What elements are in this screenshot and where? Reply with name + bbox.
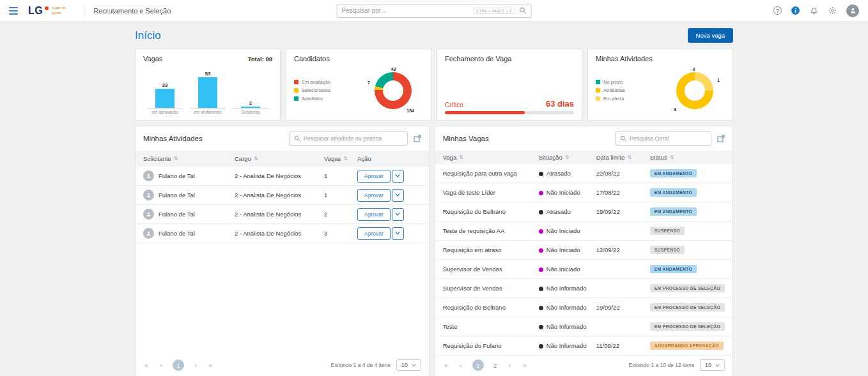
minhas-atividades-card: Minhas Atividades No prazoAtrasadasEm al… <box>587 49 733 121</box>
cargo-cell: 2 - Analista De Negócios <box>235 172 324 179</box>
page-button[interactable]: 1 <box>173 359 184 371</box>
user-avatar[interactable] <box>846 4 859 17</box>
solicitante-cell: Fulano de Tal <box>143 228 235 239</box>
status-cell: EM PROCESSO DE SELEÇÃO <box>650 284 725 292</box>
approve-button[interactable]: Aprovar <box>357 189 391 202</box>
activities-pager: «‹1›» <box>143 359 213 371</box>
legend-item: No prazo <box>596 79 625 85</box>
app-title: Recrutamento e Seleção <box>93 7 171 15</box>
expand-icon[interactable] <box>414 135 421 142</box>
nova-vaga-button[interactable]: Nova vaga <box>688 28 733 43</box>
global-search-input[interactable] <box>342 7 474 14</box>
situacao-cell: Não Iniciado <box>539 246 596 253</box>
situacao-cell: Atrasado <box>539 208 596 215</box>
vaga-name-cell: Supervisor de Vendas <box>443 285 539 292</box>
activity-row: Fulano de Tal2 - Analista De Negócios2Ap… <box>136 205 429 224</box>
last-page-button[interactable]: » <box>207 361 213 369</box>
approve-dropdown[interactable] <box>392 208 404 221</box>
donut-label: 154 <box>407 109 414 113</box>
global-search[interactable]: CTRL + SHIFT + F <box>337 4 532 18</box>
candidatos-donut <box>375 72 412 109</box>
settings-icon[interactable] <box>828 6 837 15</box>
activities-search[interactable] <box>289 132 408 146</box>
divider <box>84 6 84 16</box>
cargo-cell: 2 - Analista De Negócios <box>235 230 324 237</box>
brand-tagline: lugar de gente <box>52 6 75 15</box>
status-badge: EM ANDAMENTO <box>650 169 697 177</box>
column-header-situacao[interactable]: Situação⇅ <box>539 154 596 161</box>
vagas-cell: 1 <box>324 192 357 199</box>
status-dot <box>539 306 543 310</box>
activities-search-input[interactable] <box>304 135 403 142</box>
donut-label: 7 <box>368 80 370 85</box>
search-icon <box>620 135 626 142</box>
vagas-table-card: Minhas Vagas Vaga⇅ Situação⇅ Data limite… <box>435 126 733 376</box>
approve-button[interactable]: Aprovar <box>357 227 391 240</box>
activities-page-size-select[interactable]: 10 <box>396 359 421 371</box>
next-page-button[interactable]: › <box>192 361 199 369</box>
situacao-cell: Não Iniciado <box>539 189 596 196</box>
bell-icon[interactable] <box>809 6 818 15</box>
vaga-row: Requisição do FulanoNão Informado11/09/2… <box>435 336 732 356</box>
situacao-cell: Não Informado <box>539 285 596 292</box>
activity-row: Fulano de Tal2 - Analista De Negócios1Ap… <box>136 167 429 186</box>
expand-icon[interactable] <box>717 135 725 142</box>
approve-dropdown[interactable] <box>392 189 404 202</box>
next-page-button[interactable]: › <box>507 361 513 369</box>
vagas-page-size-select[interactable]: 10 <box>700 359 725 371</box>
legend-item: Atrasadas <box>596 87 625 93</box>
menu-icon[interactable] <box>9 7 18 15</box>
vagas-pager: «‹12›» <box>443 359 528 371</box>
help-icon[interactable]: ? <box>773 6 782 15</box>
column-header-solicitante[interactable]: Solicitante⇅ <box>143 155 235 162</box>
column-header-data-limite[interactable]: Data limite⇅ <box>596 154 650 161</box>
column-header-status[interactable]: Status⇅ <box>650 154 725 161</box>
legend-item: Admitidos <box>294 96 330 102</box>
page-button[interactable]: 1 <box>472 359 484 371</box>
status-badge: EM PROCESSO DE SELEÇÃO <box>650 303 725 312</box>
atividades-legend: No prazoAtrasadasEm alerta <box>596 79 625 102</box>
fechamento-card-title: Fechamento de Vaga <box>445 55 511 63</box>
bar-1: 33em aprovação <box>148 82 182 114</box>
atividades-donut <box>676 72 713 109</box>
status-dot <box>539 172 543 176</box>
cargo-cell: 2 - Analista De Negócios <box>235 211 324 218</box>
vaga-name-cell: Requisição do Fulano <box>443 342 539 349</box>
fechamento-status: Crítico <box>445 102 463 109</box>
prev-page-button[interactable]: ‹ <box>458 361 464 369</box>
fechamento-days: 63 dias <box>546 99 574 109</box>
page-button[interactable]: 2 <box>492 362 499 369</box>
activity-row: Fulano de Tal2 - Analista De Negócios1Ap… <box>136 186 429 205</box>
vagas-search-input[interactable] <box>630 135 706 142</box>
activities-table-card: Minhas Atividades Solicitante⇅ Cargo⇅ Va… <box>135 126 430 376</box>
status-badge: EM ANDAMENTO <box>650 207 697 216</box>
column-header-vaga[interactable]: Vaga⇅ <box>443 154 539 161</box>
approve-dropdown[interactable] <box>392 227 404 240</box>
column-header-cargo[interactable]: Cargo⇅ <box>235 155 324 162</box>
search-icon <box>294 135 300 142</box>
cargo-cell: 2 - Analista De Negócios <box>235 192 324 199</box>
donut-label: 0 <box>693 67 695 71</box>
activities-table-body: Fulano de Tal2 - Analista De Negócios1Ap… <box>136 167 429 243</box>
last-page-button[interactable]: » <box>522 361 528 369</box>
info-icon[interactable]: i <box>791 6 800 15</box>
situacao-cell: Não Informado <box>539 323 596 330</box>
status-badge: EM ANDAMENTO <box>650 265 697 273</box>
vagas-card: Vagas Total: 88 33em aprovação53em andam… <box>135 49 281 121</box>
vagas-search[interactable] <box>615 132 711 146</box>
chevron-down-icon <box>412 364 416 367</box>
status-cell: EM PROCESSO DE SELEÇÃO <box>650 303 725 312</box>
vagas-cell: 1 <box>324 172 357 179</box>
status-dot <box>539 210 543 214</box>
first-page-button[interactable]: « <box>143 361 150 369</box>
approve-button[interactable]: Aprovar <box>357 170 391 183</box>
approve-button[interactable]: Aprovar <box>357 208 391 221</box>
atividades-donut-box: 0 1 3 <box>674 70 716 112</box>
search-icon[interactable] <box>520 7 527 14</box>
approve-dropdown[interactable] <box>392 170 404 183</box>
prev-page-button[interactable]: ‹ <box>158 361 164 369</box>
column-header-vagas[interactable]: Vagas⇅ <box>324 155 357 162</box>
status-cell: SUSPENSO <box>650 227 725 235</box>
data-limite-cell: 11/09/22 <box>596 342 650 349</box>
first-page-button[interactable]: « <box>443 361 449 369</box>
